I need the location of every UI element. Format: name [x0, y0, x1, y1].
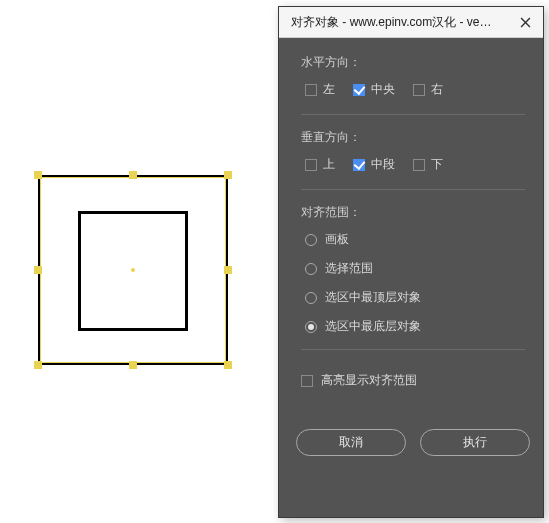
selection-handle[interactable]: [224, 266, 232, 274]
divider: [301, 114, 525, 115]
option-label: 上: [323, 156, 335, 173]
scope-artboard[interactable]: 画板: [305, 231, 525, 248]
checkbox-icon: [301, 375, 313, 387]
dialog-title: 对齐对象 - www.epinv.com汉化 - ve…: [291, 14, 491, 31]
align-dialog: 对齐对象 - www.epinv.com汉化 - ve… 水平方向： 左 中央 …: [278, 6, 544, 518]
radio-icon: [305, 234, 317, 246]
highlight-checkbox[interactable]: 高亮显示对齐范围: [301, 372, 525, 389]
selection-handle[interactable]: [34, 171, 42, 179]
option-label: 右: [431, 81, 443, 98]
checkbox-icon: [413, 159, 425, 171]
option-label: 下: [431, 156, 443, 173]
selection-handle[interactable]: [34, 266, 42, 274]
h-align-right[interactable]: 右: [413, 81, 443, 98]
checkbox-icon: [353, 84, 365, 96]
option-label: 画板: [325, 231, 349, 248]
option-label: 选区中最顶层对象: [325, 289, 421, 306]
v-align-bottom[interactable]: 下: [413, 156, 443, 173]
execute-button[interactable]: 执行: [420, 429, 530, 456]
scope-topmost[interactable]: 选区中最顶层对象: [305, 289, 525, 306]
horizontal-label: 水平方向：: [301, 54, 525, 71]
selection-handle[interactable]: [224, 171, 232, 179]
scope-selection[interactable]: 选择范围: [305, 260, 525, 277]
h-align-center[interactable]: 中央: [353, 81, 395, 98]
radio-icon: [305, 263, 317, 275]
option-label: 选区中最底层对象: [325, 318, 421, 335]
highlight-label: 高亮显示对齐范围: [321, 372, 417, 389]
checkbox-icon: [305, 84, 317, 96]
cancel-button[interactable]: 取消: [296, 429, 406, 456]
option-label: 中段: [371, 156, 395, 173]
dialog-titlebar[interactable]: 对齐对象 - www.epinv.com汉化 - ve…: [279, 7, 543, 38]
button-row: 取消 执行: [301, 429, 525, 456]
v-align-middle[interactable]: 中段: [353, 156, 395, 173]
vertical-label: 垂直方向：: [301, 129, 525, 146]
close-icon: [520, 17, 531, 28]
selection-handle[interactable]: [129, 361, 137, 369]
option-label: 选择范围: [325, 260, 373, 277]
v-align-top[interactable]: 上: [305, 156, 335, 173]
selection-handle[interactable]: [34, 361, 42, 369]
horizontal-options: 左 中央 右: [301, 81, 525, 98]
divider: [301, 189, 525, 190]
canvas-area: [0, 0, 275, 523]
selection-handle[interactable]: [129, 171, 137, 179]
option-label: 中央: [371, 81, 395, 98]
selection-center: [131, 268, 135, 272]
checkbox-icon: [305, 159, 317, 171]
radio-icon: [305, 321, 317, 333]
checkbox-icon: [413, 84, 425, 96]
selection-handle[interactable]: [224, 361, 232, 369]
dialog-body: 水平方向： 左 中央 右 垂直方向： 上 中段: [279, 38, 543, 468]
vertical-options: 上 中段 下: [301, 156, 525, 173]
option-label: 左: [323, 81, 335, 98]
scope-options: 画板 选择范围 选区中最顶层对象 选区中最底层对象: [301, 231, 525, 335]
scope-label: 对齐范围：: [301, 204, 525, 221]
close-button[interactable]: [515, 12, 535, 32]
scope-bottommost[interactable]: 选区中最底层对象: [305, 318, 525, 335]
checkbox-icon: [353, 159, 365, 171]
divider: [301, 349, 525, 350]
h-align-left[interactable]: 左: [305, 81, 335, 98]
radio-icon: [305, 292, 317, 304]
